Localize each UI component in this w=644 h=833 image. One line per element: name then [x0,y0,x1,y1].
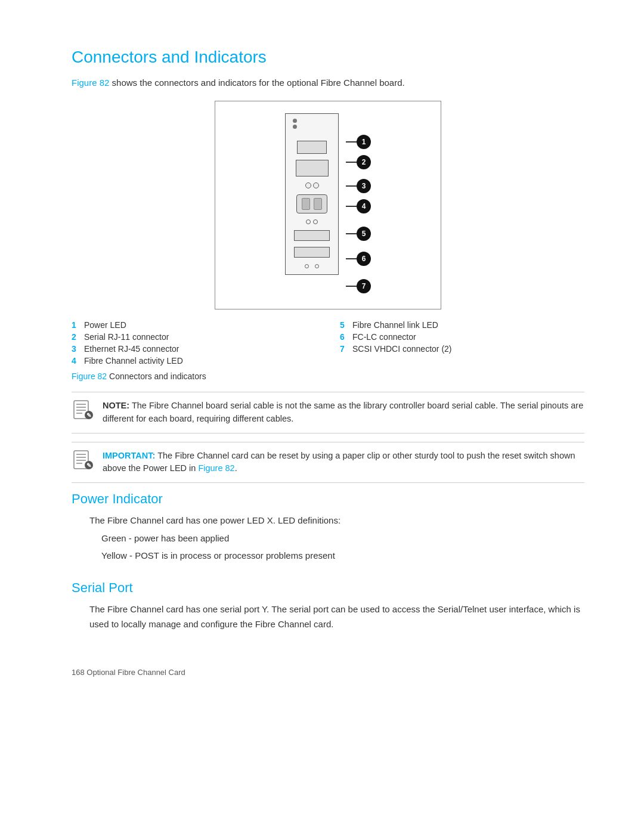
legend-num-2: 2 [72,332,81,342]
legend-num-7: 7 [340,344,349,354]
note-icon: ✎ [72,400,94,421]
legend-num-3: 3 [72,344,81,354]
legend-item-1: 1 Power LED [72,320,316,330]
top-dot-left2 [293,125,297,129]
legend-num-1: 1 [72,320,81,330]
serial-port-title: Serial Port [72,580,584,596]
callout-circle-1: 1 [357,135,371,149]
legend-text-2: Serial RJ-11 connector [84,332,169,342]
callout-line-6 [346,258,357,259]
important-body: The Fibre Channel card can be reset by u… [103,451,575,473]
legend-num-5: 5 [340,320,349,330]
important-svg-icon: ✎ [72,450,94,471]
note-box: ✎ NOTE: The Fibre Channel board serial c… [72,392,584,433]
figure-caption-text: Connectors and indicators [109,371,206,381]
callout-circle-5: 5 [357,227,371,241]
link-led-1 [306,219,311,224]
figure-diagram: 1 2 3 4 5 [215,101,441,309]
legend-text-4: Fibre Channel activity LED [84,356,183,366]
legend-num-4: 4 [72,356,81,366]
legend-item-3: 3 Ethernet RJ-45 connector [72,344,316,354]
callout-1: 1 [346,135,371,149]
note-svg-icon: ✎ [72,400,94,421]
note-body: The Fibre Channel board serial cable is … [103,401,583,423]
subsection-serial-port: Serial Port The Fibre Channel card has o… [72,580,584,632]
subsection-power-indicator: Power Indicator The Fibre Channel card h… [72,491,584,563]
note-label: NOTE: [103,401,129,410]
fiber-connector-shape [296,194,327,213]
important-body-end: . [235,463,237,473]
led-dot-2 [313,182,319,188]
legend-item-4: 4 Fibre Channel activity LED [72,356,316,366]
legend-item-6: 6 FC-LC connector [340,332,584,342]
vhdci-connector-1 [294,230,330,241]
callout-2: 2 [346,155,371,169]
serial-port-body: The Fibre Channel card has one serial po… [89,602,584,632]
legend-item-7: 7 SCSI VHDCI connector (2) [340,344,584,354]
legend-list: 1 Power LED 5 Fibre Channel link LED 2 S… [72,320,584,366]
fiber-port-1 [302,198,310,210]
power-indicator-item-1: Green - power has been applied [101,531,584,546]
page-title: Connectors and Indicators [72,48,584,67]
power-indicator-body: The Fibre Channel card has one power LED… [89,513,584,563]
power-indicator-intro: The Fibre Channel card has one power LED… [89,513,584,528]
diagram-inner: 1 2 3 4 5 [221,113,435,297]
callout-circle-6: 6 [357,252,371,266]
page: Connectors and Indicators Figure 82 show… [0,0,644,713]
callout-circle-4: 4 [357,199,371,213]
figure-caption: Figure 82 Connectors and indicators [72,371,584,381]
power-indicator-item-2: Yellow - POST is in process or processor… [101,548,584,563]
callout-line-2 [346,162,357,163]
important-label: IMPORTANT: [103,451,155,460]
page-footer: 168 Optional Fibre Channel Card [72,668,584,677]
callout-3: 3 [346,179,371,193]
legend-text-7: SCSI VHDCI connector (2) [352,344,452,354]
intro-paragraph: Figure 82 shows the connectors and indic… [72,78,584,88]
rj11-connector-shape [297,141,327,154]
callout-line-5 [346,233,357,234]
callout-circle-7: 7 [357,279,371,293]
bottom-dots [305,264,319,268]
callout-line-4 [346,206,357,207]
legend-text-3: Ethernet RJ-45 connector [84,344,179,354]
callout-line-7 [346,286,357,287]
led-dot-1 [305,182,311,188]
important-figure-ref[interactable]: Figure 82 [198,463,234,473]
callout-6: 6 [346,252,371,266]
callout-circle-3: 3 [357,179,371,193]
callouts-column: 1 2 3 4 5 [346,113,371,297]
important-text: IMPORTANT: The Fibre Channel card can be… [103,450,584,476]
important-icon: ✎ [72,450,94,471]
callout-4: 4 [346,199,371,213]
legend-item-2: 2 Serial RJ-11 connector [72,332,316,342]
vhdci-connector-2 [294,247,330,258]
important-box: ✎ IMPORTANT: The Fibre Channel card can … [72,442,584,484]
link-led-2 [313,219,318,224]
fiber-port-2 [314,198,322,210]
activity-led-row [305,182,319,188]
legend-item-5: 5 Fibre Channel link LED [340,320,584,330]
callout-5: 5 [346,227,371,241]
link-led-dots [306,219,318,224]
callout-circle-2: 2 [357,155,371,169]
card-body [285,113,339,275]
legend-num-6: 6 [340,332,349,342]
callout-line-3 [346,185,357,187]
rj45-connector-shape [296,160,329,176]
callout-line-1 [346,141,357,143]
footer-text: 168 Optional Fibre Channel Card [72,668,185,677]
svg-text:✎: ✎ [86,462,91,469]
bottom-dot-2 [315,264,319,268]
callout-7: 7 [346,279,371,293]
legend-text-1: Power LED [84,320,126,330]
legend-text-5: Fibre Channel link LED [352,320,438,330]
power-indicator-title: Power Indicator [72,491,584,507]
figure-caption-ref[interactable]: Figure 82 [72,371,107,381]
top-dot-left [293,119,297,123]
bottom-dot-1 [305,264,309,268]
serial-port-intro: The Fibre Channel card has one serial po… [89,602,584,632]
legend-text-6: FC-LC connector [352,332,416,342]
figure-ref-link[interactable]: Figure 82 [72,78,109,88]
note-text: NOTE: The Fibre Channel board serial cab… [103,400,584,426]
svg-text:✎: ✎ [86,412,91,419]
